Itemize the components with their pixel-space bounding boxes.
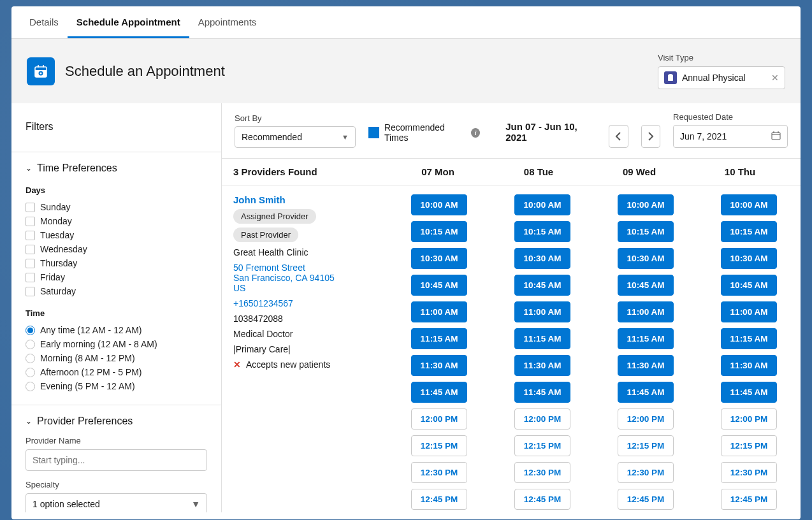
info-icon[interactable]: i [471, 128, 480, 138]
day-checkbox-saturday[interactable]: Saturday [25, 284, 207, 298]
tab-appointments[interactable]: Appointments [189, 6, 266, 38]
time-slot-button[interactable]: 12:15 PM [721, 435, 777, 456]
time-radio-option[interactable]: Any time (12 AM - 12 AM) [25, 323, 207, 337]
time-slot-button[interactable]: 12:45 PM [514, 489, 570, 510]
time-slot-button[interactable]: 11:30 AM [514, 355, 570, 376]
radio-icon[interactable] [25, 382, 35, 391]
address-line-1[interactable]: 50 Fremont Street [233, 263, 379, 273]
specialty-select[interactable]: 1 option selected ▼ [25, 493, 207, 512]
checkbox-icon[interactable] [25, 217, 35, 226]
svg-rect-9 [772, 133, 780, 140]
provider-preferences-section: ⌄ Provider Preferences Provider Name Spe… [11, 405, 221, 512]
time-slot-button[interactable]: 12:15 PM [514, 435, 570, 456]
time-radio-option[interactable]: Evening (5 PM - 12 AM) [25, 379, 207, 393]
provider-preferences-toggle[interactable]: ⌄ Provider Preferences [25, 415, 207, 436]
checkbox-icon[interactable] [25, 231, 35, 240]
time-slot-button[interactable]: 10:45 AM [411, 275, 467, 296]
address-line-2[interactable]: San Francisco, CA 94105 [233, 273, 379, 283]
checkbox-icon[interactable] [25, 245, 35, 254]
time-slot-button[interactable]: 11:00 AM [618, 301, 674, 322]
time-slot-button[interactable]: 10:00 AM [514, 194, 570, 215]
time-slot-button[interactable]: 10:30 AM [514, 248, 570, 269]
time-slot-button[interactable]: 10:45 AM [618, 275, 674, 296]
time-slot-button[interactable]: 11:30 AM [721, 355, 777, 376]
time-slot-button[interactable]: 12:00 PM [721, 408, 777, 430]
time-slot-button[interactable]: 12:30 PM [721, 462, 777, 483]
radio-icon[interactable] [25, 354, 35, 363]
checkbox-icon[interactable] [25, 273, 35, 282]
schedule-grid-body[interactable]: John Smith Assigned Provider Past Provid… [222, 185, 801, 512]
time-slot-button[interactable]: 12:30 PM [514, 462, 570, 483]
sort-by-value: Recommended [242, 132, 302, 142]
time-slot-button[interactable]: 10:00 AM [721, 194, 777, 215]
radio-icon[interactable] [25, 326, 35, 335]
schedule-grid-header: 3 Providers Found 07 Mon 08 Tue 09 Wed 1… [222, 158, 801, 185]
day-label: Wednesday [40, 244, 87, 254]
time-slot-button[interactable]: 10:30 AM [721, 248, 777, 269]
time-slot-button[interactable]: 10:30 AM [411, 248, 467, 269]
address-line-3[interactable]: US [233, 283, 379, 293]
next-date-button[interactable] [641, 125, 660, 148]
tab-details[interactable]: Details [20, 6, 68, 38]
radio-icon[interactable] [25, 340, 35, 349]
time-slot-button[interactable]: 11:00 AM [411, 301, 467, 322]
time-radio-option[interactable]: Afternoon (12 PM - 5 PM) [25, 365, 207, 379]
tab-schedule-appointment[interactable]: Schedule Appointment [68, 6, 189, 38]
time-slot-button[interactable]: 11:15 AM [618, 328, 674, 349]
day-column-3: 10:00 AM10:15 AM10:30 AM10:45 AM11:00 AM… [697, 185, 801, 512]
time-slot-button[interactable]: 12:00 PM [411, 408, 467, 430]
remove-visit-type-button[interactable]: ✕ [771, 73, 779, 83]
time-slot-button[interactable]: 12:45 PM [411, 489, 467, 510]
time-slot-button[interactable]: 10:30 AM [618, 248, 674, 269]
day-checkbox-tuesday[interactable]: Tuesday [25, 228, 207, 242]
radio-icon[interactable] [25, 368, 35, 377]
time-slot-button[interactable]: 12:15 PM [411, 435, 467, 456]
time-slot-button[interactable]: 11:30 AM [411, 355, 467, 376]
prev-date-button[interactable] [609, 125, 628, 148]
requested-date-input[interactable]: Jun 7, 2021 [673, 125, 788, 148]
time-slot-button[interactable]: 11:30 AM [618, 355, 674, 376]
time-slot-button[interactable]: 12:45 PM [618, 489, 674, 510]
time-preferences-toggle[interactable]: ⌄ Time Preferences [25, 162, 207, 183]
time-slot-button[interactable]: 11:00 AM [721, 301, 777, 322]
time-slot-button[interactable]: 12:30 PM [411, 462, 467, 483]
time-slot-button[interactable]: 11:45 AM [411, 382, 467, 403]
time-slot-button[interactable]: 10:15 AM [721, 221, 777, 242]
time-slot-button[interactable]: 11:15 AM [514, 328, 570, 349]
time-slot-button[interactable]: 10:45 AM [721, 275, 777, 296]
day-checkbox-friday[interactable]: Friday [25, 270, 207, 284]
time-slot-button[interactable]: 10:45 AM [514, 275, 570, 296]
provider-role: Medical Doctor [233, 329, 379, 339]
time-slot-button[interactable]: 11:00 AM [514, 301, 570, 322]
sort-by-select[interactable]: Recommended ▼ [235, 126, 356, 148]
time-slot-button[interactable]: 12:15 PM [618, 435, 674, 456]
time-slot-button[interactable]: 10:15 AM [618, 221, 674, 242]
checkbox-icon[interactable] [25, 259, 35, 268]
time-slot-button[interactable]: 10:15 AM [514, 221, 570, 242]
time-radio-option[interactable]: Early morning (12 AM - 8 AM) [25, 337, 207, 351]
time-slot-button[interactable]: 11:15 AM [411, 328, 467, 349]
time-radio-option[interactable]: Morning (8 AM - 12 PM) [25, 351, 207, 365]
time-slot-button[interactable]: 11:45 AM [618, 382, 674, 403]
time-slot-button[interactable]: 11:45 AM [721, 382, 777, 403]
day-checkbox-monday[interactable]: Monday [25, 214, 207, 228]
visit-type-chip[interactable]: Annual Physical ✕ [658, 66, 785, 89]
day-checkbox-sunday[interactable]: Sunday [25, 200, 207, 214]
assigned-provider-badge: Assigned Provider [233, 209, 316, 224]
checkbox-icon[interactable] [25, 287, 35, 296]
time-slot-button[interactable]: 10:00 AM [618, 194, 674, 215]
time-slot-button[interactable]: 11:45 AM [514, 382, 570, 403]
time-slot-button[interactable]: 12:30 PM [618, 462, 674, 483]
provider-name-link[interactable]: John Smith [233, 194, 379, 205]
phone-link[interactable]: +16501234567 [233, 298, 379, 308]
time-slot-button[interactable]: 12:00 PM [514, 408, 570, 430]
time-slot-button[interactable]: 12:45 PM [721, 489, 777, 510]
checkbox-icon[interactable] [25, 203, 35, 212]
time-slot-button[interactable]: 11:15 AM [721, 328, 777, 349]
provider-name-input[interactable] [25, 449, 207, 471]
day-checkbox-thursday[interactable]: Thursday [25, 256, 207, 270]
time-slot-button[interactable]: 10:15 AM [411, 221, 467, 242]
time-slot-button[interactable]: 10:00 AM [411, 194, 467, 215]
day-checkbox-wednesday[interactable]: Wednesday [25, 242, 207, 256]
time-slot-button[interactable]: 12:00 PM [618, 408, 674, 430]
